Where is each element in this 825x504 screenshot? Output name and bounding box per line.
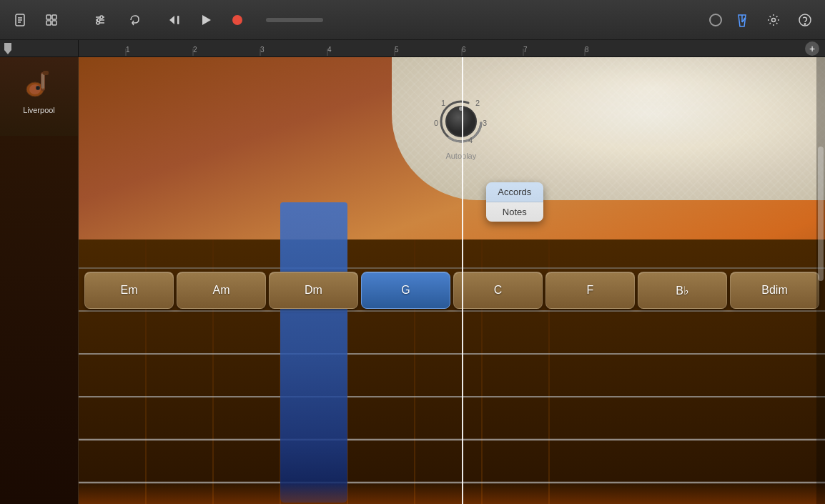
svg-rect-6: [46, 21, 51, 25]
chord-g-button[interactable]: G: [361, 272, 450, 309]
autoplay-label: Autoplay: [445, 152, 476, 160]
svg-point-13: [97, 21, 99, 24]
knob-container[interactable]: 1 2 3 4 0: [429, 86, 493, 150]
svg-text:2: 2: [475, 99, 480, 107]
chord-f-button[interactable]: F: [545, 272, 635, 309]
scroll-thumb[interactable]: [818, 147, 824, 281]
svg-rect-41: [43, 71, 49, 75]
level-bar[interactable]: [266, 18, 323, 22]
chord-bb-button[interactable]: B♭: [638, 272, 727, 309]
document-button[interactable]: [9, 9, 31, 31]
svg-rect-7: [52, 21, 56, 25]
svg-text:1: 1: [441, 99, 445, 107]
play-button[interactable]: [194, 9, 217, 31]
record-button[interactable]: [226, 9, 249, 31]
chord-am-button[interactable]: Am: [177, 272, 266, 309]
svg-point-61: [447, 107, 475, 136]
chord-dm-button[interactable]: Dm: [269, 272, 358, 309]
active-chord-indicator: [280, 202, 347, 503]
track-name: Liverpool: [23, 106, 55, 114]
track-panel: Liverpool: [0, 57, 79, 504]
timeline-area: Em Am Dm G C F B♭ Bdim: [79, 57, 825, 504]
metronome-button[interactable]: [731, 9, 754, 31]
svg-point-12: [100, 16, 103, 19]
circle-button[interactable]: [709, 14, 722, 26]
svg-text:3: 3: [483, 119, 487, 127]
toolbar-right: [709, 9, 816, 31]
svg-text:0: 0: [434, 119, 438, 127]
svg-rect-5: [52, 15, 56, 19]
main-content: Liverpool: [0, 57, 825, 504]
svg-rect-4: [46, 15, 51, 19]
bottom-glow: [79, 483, 825, 504]
svg-point-24: [804, 23, 806, 24]
autoplay-panel: 1 2 3 4 0 Autoplay: [415, 86, 508, 172]
ruler-cursor: [4, 43, 14, 54]
svg-point-62: [459, 107, 463, 111]
chord-buttons-row: Em Am Dm G C F B♭ Bdim: [79, 272, 825, 309]
dropdown-accords[interactable]: Accords: [486, 182, 543, 202]
chord-notes-dropdown: Accords Notes: [486, 182, 543, 222]
svg-point-21: [744, 17, 746, 19]
grid-view-button[interactable]: [40, 9, 63, 31]
svg-point-17: [232, 15, 242, 25]
svg-rect-15: [177, 16, 179, 24]
chord-em-button[interactable]: Em: [84, 272, 174, 309]
chord-bdim-button[interactable]: Bdim: [730, 272, 819, 309]
svg-point-22: [772, 18, 776, 21]
svg-text:4: 4: [468, 136, 473, 144]
toolbar: [0, 0, 825, 40]
autoplay-knob[interactable]: 1 2 3 4 0: [429, 86, 493, 150]
help-button[interactable]: [794, 9, 816, 31]
ruler-marks: 1 2 3 4 5 6 7 8 +: [79, 40, 825, 57]
mixer-button[interactable]: [89, 9, 112, 31]
svg-marker-14: [169, 16, 174, 24]
chord-c-button[interactable]: C: [453, 272, 543, 309]
svg-point-43: [36, 87, 39, 89]
track-header[interactable]: Liverpool: [0, 57, 78, 136]
app-container: 1 2 3 4 5 6 7 8 +: [0, 0, 825, 504]
ruler-track-area: [0, 40, 79, 57]
rewind-button[interactable]: [163, 9, 186, 31]
settings-button[interactable]: [762, 9, 785, 31]
undo-button[interactable]: [123, 9, 146, 31]
bass-guitar-icon: [22, 66, 56, 101]
arrangement-bg: Em Am Dm G C F B♭ Bdim: [79, 57, 825, 504]
svg-point-44: [479, 57, 825, 157]
track-icon-container: [21, 66, 57, 102]
svg-marker-25: [4, 43, 11, 54]
track-panel-body: [0, 136, 78, 504]
right-scrollbar[interactable]: [816, 57, 825, 504]
svg-marker-16: [202, 15, 211, 25]
dropdown-notes[interactable]: Notes: [486, 202, 543, 222]
toolbar-left: [9, 9, 63, 31]
ruler-row: 1 2 3 4 5 6 7 8 +: [0, 40, 825, 57]
